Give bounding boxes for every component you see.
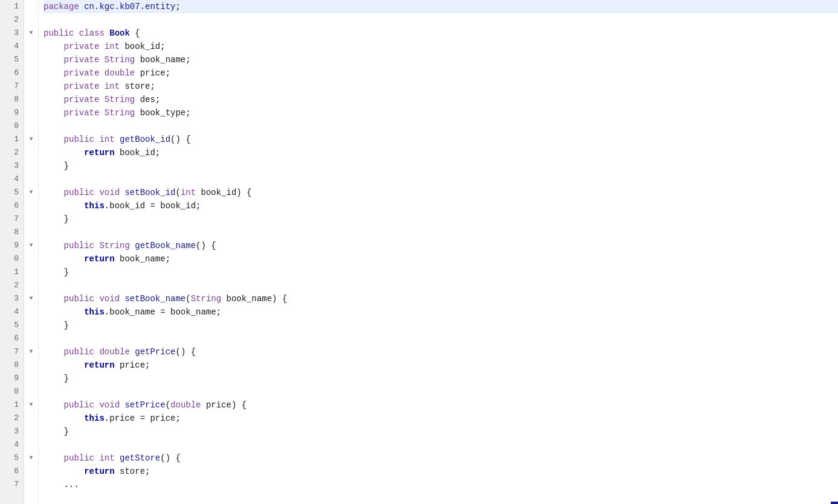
line-number: 7 [0,345,24,359]
token: void [99,292,120,305]
token [44,412,84,425]
token: ; [175,0,180,13]
gutter-cell[interactable] [24,438,38,451]
gutter-cell[interactable]: ▼ [24,239,38,252]
gutter-cell[interactable] [24,13,38,27]
line-number: 3 [0,292,24,305]
gutter-cell[interactable] [24,146,38,159]
gutter: ▼▼▼▼▼▼▼▼ [24,0,39,504]
code-content: package cn.kgc.kb07.entity; public class… [39,0,838,504]
gutter-cell[interactable] [24,305,38,319]
token: () { [196,239,216,252]
gutter-cell[interactable] [24,53,38,66]
token [79,0,84,13]
code-line [44,120,838,133]
token [99,66,104,80]
gutter-cell[interactable] [24,279,38,292]
gutter-cell[interactable] [24,372,38,385]
gutter-cell[interactable]: ▼ [24,186,38,199]
gutter-cell[interactable] [24,40,38,53]
line-number: 1 [0,133,24,146]
gutter-cell[interactable] [24,66,38,80]
gutter-cell[interactable] [24,359,38,372]
line-number: 4 [0,438,24,451]
token [105,27,109,40]
line-number: 6 [0,199,24,212]
gutter-cell[interactable] [24,332,38,345]
code-line: } [44,159,838,173]
gutter-cell[interactable] [24,212,38,226]
gutter-cell[interactable] [24,266,38,279]
token [94,345,99,359]
token: () { [175,345,196,359]
token [94,292,99,305]
token: this [84,412,105,425]
token: () { [160,451,181,465]
gutter-cell[interactable] [24,319,38,332]
gutter-cell[interactable] [24,173,38,186]
token [44,186,64,199]
token: cn.kgc.kb07.entity [84,0,175,13]
code-line [44,332,838,345]
gutter-cell[interactable] [24,465,38,478]
code-line: } [44,319,838,332]
line-number: 9 [0,372,24,385]
token [44,465,84,478]
gutter-cell[interactable]: ▼ [24,451,38,465]
token: this [84,305,105,319]
token: void [99,186,120,199]
gutter-cell[interactable] [24,80,38,93]
token: setBook_name [124,292,185,305]
gutter-cell[interactable] [24,159,38,173]
gutter-cell[interactable] [24,106,38,120]
token [44,478,64,491]
token: () { [170,133,191,146]
gutter-cell[interactable]: ▼ [24,27,38,40]
token: public [64,292,94,305]
gutter-cell[interactable] [24,120,38,133]
token [94,239,99,252]
code-area: 1234567890123456789012345678901234567 ▼▼… [0,0,838,504]
gutter-cell[interactable] [24,425,38,438]
token: private [64,80,100,93]
gutter-cell[interactable]: ▼ [24,398,38,412]
gutter-cell[interactable] [24,385,38,398]
token [130,345,135,359]
token [44,93,64,106]
gutter-cell[interactable] [24,0,38,13]
token [44,451,64,465]
code-line: public int getStore() { [44,451,838,465]
gutter-cell[interactable] [24,478,38,491]
token [44,292,64,305]
gutter-cell[interactable]: ▼ [24,345,38,359]
token: book_type; [135,106,190,120]
line-number: 1 [0,0,24,13]
token [44,146,84,159]
gutter-cell[interactable] [24,199,38,212]
token: int [99,133,114,146]
gutter-cell[interactable] [24,252,38,266]
token: ( [166,398,170,412]
token [99,80,104,93]
line-number: 6 [0,66,24,80]
token: String [105,53,135,66]
line-number: 4 [0,40,24,53]
line-number: 2 [0,146,24,159]
token [44,252,84,266]
token: } [44,425,69,438]
token [99,93,104,106]
gutter-cell[interactable]: ▼ [24,133,38,146]
line-number: 0 [0,385,24,398]
gutter-cell[interactable] [24,93,38,106]
gutter-cell[interactable] [24,412,38,425]
token: .book_name = book_name; [105,305,221,319]
code-line: ... [44,478,838,491]
token: price; [135,66,170,80]
gutter-cell[interactable] [24,226,38,239]
token [130,239,135,252]
token: private [64,53,100,66]
code-line: this.book_id = book_id; [44,199,838,212]
token: book_id; [120,40,166,53]
gutter-cell[interactable]: ▼ [24,292,38,305]
code-line: } [44,372,838,385]
